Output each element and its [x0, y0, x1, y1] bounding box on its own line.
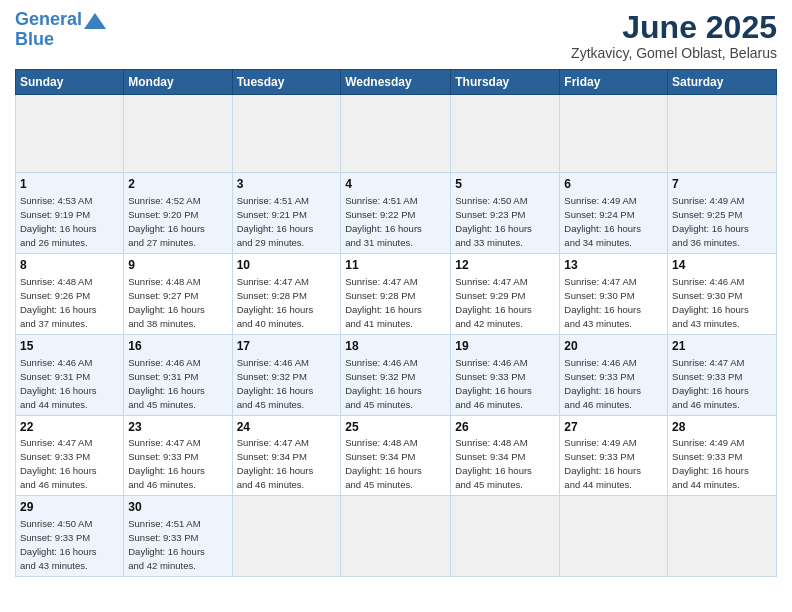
day-number: 4 — [345, 176, 446, 193]
logo: General Blue — [15, 10, 106, 50]
day-number: 9 — [128, 257, 227, 274]
day-info: Sunrise: 4:46 AM Sunset: 9:32 PM Dayligh… — [237, 357, 314, 410]
day-cell: 1Sunrise: 4:53 AM Sunset: 9:19 PM Daylig… — [16, 173, 124, 254]
day-cell — [232, 496, 341, 577]
day-info: Sunrise: 4:49 AM Sunset: 9:24 PM Dayligh… — [564, 195, 641, 248]
day-cell: 2Sunrise: 4:52 AM Sunset: 9:20 PM Daylig… — [124, 173, 232, 254]
col-header-tuesday: Tuesday — [232, 70, 341, 95]
day-number: 2 — [128, 176, 227, 193]
day-cell — [668, 496, 777, 577]
day-info: Sunrise: 4:51 AM Sunset: 9:21 PM Dayligh… — [237, 195, 314, 248]
day-info: Sunrise: 4:46 AM Sunset: 9:33 PM Dayligh… — [455, 357, 532, 410]
day-number: 7 — [672, 176, 772, 193]
day-number: 30 — [128, 499, 227, 516]
day-cell: 18Sunrise: 4:46 AM Sunset: 9:32 PM Dayli… — [341, 334, 451, 415]
day-info: Sunrise: 4:46 AM Sunset: 9:30 PM Dayligh… — [672, 276, 749, 329]
day-cell — [560, 95, 668, 173]
day-cell: 5Sunrise: 4:50 AM Sunset: 9:23 PM Daylig… — [451, 173, 560, 254]
day-cell: 7Sunrise: 4:49 AM Sunset: 9:25 PM Daylig… — [668, 173, 777, 254]
week-row-0 — [16, 95, 777, 173]
svg-marker-0 — [84, 13, 106, 29]
day-info: Sunrise: 4:46 AM Sunset: 9:33 PM Dayligh… — [564, 357, 641, 410]
day-number: 12 — [455, 257, 555, 274]
day-info: Sunrise: 4:52 AM Sunset: 9:20 PM Dayligh… — [128, 195, 205, 248]
week-row-3: 15Sunrise: 4:46 AM Sunset: 9:31 PM Dayli… — [16, 334, 777, 415]
day-cell: 6Sunrise: 4:49 AM Sunset: 9:24 PM Daylig… — [560, 173, 668, 254]
day-info: Sunrise: 4:47 AM Sunset: 9:34 PM Dayligh… — [237, 437, 314, 490]
day-number: 19 — [455, 338, 555, 355]
day-number: 20 — [564, 338, 663, 355]
col-header-friday: Friday — [560, 70, 668, 95]
day-info: Sunrise: 4:47 AM Sunset: 9:28 PM Dayligh… — [345, 276, 422, 329]
logo-general: General — [15, 9, 82, 29]
day-info: Sunrise: 4:49 AM Sunset: 9:33 PM Dayligh… — [672, 437, 749, 490]
day-number: 1 — [20, 176, 119, 193]
logo-icon — [84, 11, 106, 31]
day-number: 15 — [20, 338, 119, 355]
day-cell: 16Sunrise: 4:46 AM Sunset: 9:31 PM Dayli… — [124, 334, 232, 415]
day-cell: 24Sunrise: 4:47 AM Sunset: 9:34 PM Dayli… — [232, 415, 341, 496]
page: General Blue June 2025 Zytkavicy, Gomel … — [0, 0, 792, 612]
day-info: Sunrise: 4:51 AM Sunset: 9:33 PM Dayligh… — [128, 518, 205, 571]
day-number: 5 — [455, 176, 555, 193]
logo-text: General Blue — [15, 10, 82, 50]
day-cell: 3Sunrise: 4:51 AM Sunset: 9:21 PM Daylig… — [232, 173, 341, 254]
day-cell: 26Sunrise: 4:48 AM Sunset: 9:34 PM Dayli… — [451, 415, 560, 496]
day-number: 27 — [564, 419, 663, 436]
day-number: 24 — [237, 419, 337, 436]
day-info: Sunrise: 4:47 AM Sunset: 9:33 PM Dayligh… — [128, 437, 205, 490]
day-number: 28 — [672, 419, 772, 436]
day-number: 14 — [672, 257, 772, 274]
week-row-1: 1Sunrise: 4:53 AM Sunset: 9:19 PM Daylig… — [16, 173, 777, 254]
week-row-4: 22Sunrise: 4:47 AM Sunset: 9:33 PM Dayli… — [16, 415, 777, 496]
day-number: 21 — [672, 338, 772, 355]
day-cell: 4Sunrise: 4:51 AM Sunset: 9:22 PM Daylig… — [341, 173, 451, 254]
calendar-table: SundayMondayTuesdayWednesdayThursdayFrid… — [15, 69, 777, 577]
col-header-sunday: Sunday — [16, 70, 124, 95]
day-info: Sunrise: 4:49 AM Sunset: 9:33 PM Dayligh… — [564, 437, 641, 490]
day-info: Sunrise: 4:46 AM Sunset: 9:31 PM Dayligh… — [128, 357, 205, 410]
day-cell — [668, 95, 777, 173]
day-info: Sunrise: 4:47 AM Sunset: 9:33 PM Dayligh… — [20, 437, 97, 490]
header-row: SundayMondayTuesdayWednesdayThursdayFrid… — [16, 70, 777, 95]
day-number: 6 — [564, 176, 663, 193]
day-number: 11 — [345, 257, 446, 274]
day-cell — [560, 496, 668, 577]
day-cell: 25Sunrise: 4:48 AM Sunset: 9:34 PM Dayli… — [341, 415, 451, 496]
day-number: 29 — [20, 499, 119, 516]
day-info: Sunrise: 4:48 AM Sunset: 9:34 PM Dayligh… — [345, 437, 422, 490]
day-number: 26 — [455, 419, 555, 436]
day-cell: 13Sunrise: 4:47 AM Sunset: 9:30 PM Dayli… — [560, 253, 668, 334]
day-cell — [451, 95, 560, 173]
location: Zytkavicy, Gomel Oblast, Belarus — [571, 45, 777, 61]
day-cell — [341, 496, 451, 577]
day-cell: 21Sunrise: 4:47 AM Sunset: 9:33 PM Dayli… — [668, 334, 777, 415]
day-cell: 15Sunrise: 4:46 AM Sunset: 9:31 PM Dayli… — [16, 334, 124, 415]
day-number: 3 — [237, 176, 337, 193]
day-cell: 27Sunrise: 4:49 AM Sunset: 9:33 PM Dayli… — [560, 415, 668, 496]
day-info: Sunrise: 4:53 AM Sunset: 9:19 PM Dayligh… — [20, 195, 97, 248]
day-cell: 10Sunrise: 4:47 AM Sunset: 9:28 PM Dayli… — [232, 253, 341, 334]
day-info: Sunrise: 4:47 AM Sunset: 9:30 PM Dayligh… — [564, 276, 641, 329]
day-info: Sunrise: 4:46 AM Sunset: 9:31 PM Dayligh… — [20, 357, 97, 410]
day-number: 25 — [345, 419, 446, 436]
day-cell — [16, 95, 124, 173]
day-number: 8 — [20, 257, 119, 274]
day-cell — [232, 95, 341, 173]
day-number: 22 — [20, 419, 119, 436]
day-cell — [451, 496, 560, 577]
day-cell: 14Sunrise: 4:46 AM Sunset: 9:30 PM Dayli… — [668, 253, 777, 334]
header: General Blue June 2025 Zytkavicy, Gomel … — [15, 10, 777, 61]
day-cell: 9Sunrise: 4:48 AM Sunset: 9:27 PM Daylig… — [124, 253, 232, 334]
day-number: 23 — [128, 419, 227, 436]
day-cell: 11Sunrise: 4:47 AM Sunset: 9:28 PM Dayli… — [341, 253, 451, 334]
day-info: Sunrise: 4:46 AM Sunset: 9:32 PM Dayligh… — [345, 357, 422, 410]
day-cell: 12Sunrise: 4:47 AM Sunset: 9:29 PM Dayli… — [451, 253, 560, 334]
day-number: 13 — [564, 257, 663, 274]
day-info: Sunrise: 4:48 AM Sunset: 9:27 PM Dayligh… — [128, 276, 205, 329]
month-year: June 2025 — [571, 10, 777, 45]
day-cell: 30Sunrise: 4:51 AM Sunset: 9:33 PM Dayli… — [124, 496, 232, 577]
day-number: 10 — [237, 257, 337, 274]
day-cell: 19Sunrise: 4:46 AM Sunset: 9:33 PM Dayli… — [451, 334, 560, 415]
logo-blue: Blue — [15, 29, 54, 49]
